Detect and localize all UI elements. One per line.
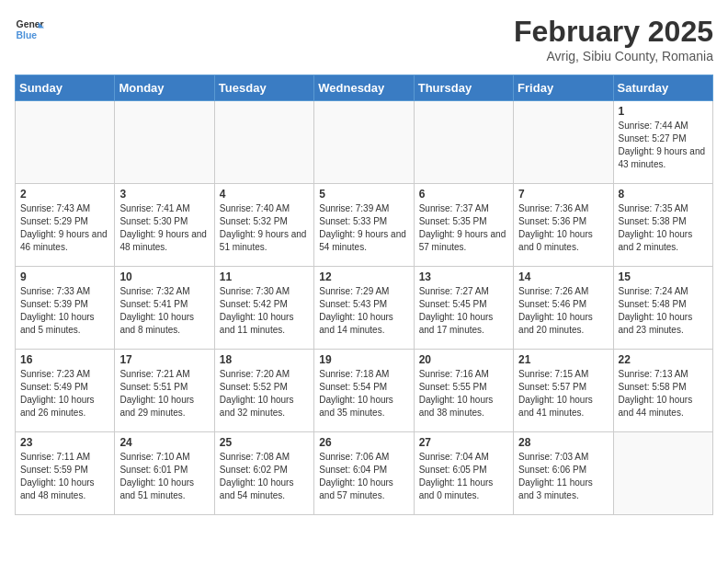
day-number: 2 bbox=[20, 188, 109, 201]
day-number: 13 bbox=[419, 270, 508, 283]
day-number: 8 bbox=[619, 188, 708, 201]
day-info: Sunrise: 7:21 AM Sunset: 5:51 PM Dayligh… bbox=[119, 368, 209, 419]
day-number: 18 bbox=[220, 353, 309, 366]
day-info: Sunrise: 7:04 AM Sunset: 6:05 PM Dayligh… bbox=[419, 451, 508, 502]
month-title: February 2025 bbox=[514, 15, 713, 49]
calendar-cell: 6Sunrise: 7:37 AM Sunset: 5:35 PM Daylig… bbox=[414, 184, 513, 267]
day-number: 6 bbox=[419, 188, 508, 201]
calendar-cell: 1Sunrise: 7:44 AM Sunset: 5:27 PM Daylig… bbox=[613, 101, 712, 184]
day-number: 10 bbox=[119, 270, 209, 283]
day-info: Sunrise: 7:40 AM Sunset: 5:32 PM Dayligh… bbox=[220, 202, 309, 254]
calendar-cell bbox=[414, 101, 513, 184]
calendar-cell: 18Sunrise: 7:20 AM Sunset: 5:52 PM Dayli… bbox=[214, 350, 313, 432]
day-info: Sunrise: 7:15 AM Sunset: 5:57 PM Dayligh… bbox=[518, 368, 608, 419]
day-number: 5 bbox=[319, 188, 408, 201]
day-number: 15 bbox=[619, 270, 708, 283]
day-info: Sunrise: 7:06 AM Sunset: 6:04 PM Dayligh… bbox=[319, 451, 408, 502]
weekday-header-friday: Friday bbox=[514, 75, 613, 101]
day-info: Sunrise: 7:36 AM Sunset: 5:36 PM Dayligh… bbox=[518, 202, 608, 254]
day-number: 21 bbox=[518, 353, 608, 366]
day-info: Sunrise: 7:13 AM Sunset: 5:58 PM Dayligh… bbox=[619, 368, 708, 419]
page-header: General Blue February 2025 Avrig, Sibiu … bbox=[15, 15, 713, 63]
calendar-cell: 14Sunrise: 7:26 AM Sunset: 5:46 PM Dayli… bbox=[514, 267, 613, 350]
calendar-cell bbox=[16, 101, 115, 184]
day-number: 14 bbox=[518, 270, 608, 283]
logo-icon: General Blue bbox=[15, 15, 44, 44]
day-number: 26 bbox=[319, 436, 408, 449]
day-number: 11 bbox=[220, 270, 309, 283]
day-number: 25 bbox=[220, 436, 309, 449]
calendar-cell: 22Sunrise: 7:13 AM Sunset: 5:58 PM Dayli… bbox=[613, 350, 712, 432]
calendar-cell: 7Sunrise: 7:36 AM Sunset: 5:36 PM Daylig… bbox=[514, 184, 613, 267]
calendar-cell: 26Sunrise: 7:06 AM Sunset: 6:04 PM Dayli… bbox=[314, 432, 414, 515]
day-info: Sunrise: 7:44 AM Sunset: 5:27 PM Dayligh… bbox=[619, 120, 708, 171]
day-info: Sunrise: 7:33 AM Sunset: 5:39 PM Dayligh… bbox=[20, 285, 109, 337]
day-info: Sunrise: 7:24 AM Sunset: 5:48 PM Dayligh… bbox=[619, 285, 708, 337]
day-info: Sunrise: 7:20 AM Sunset: 5:52 PM Dayligh… bbox=[220, 368, 309, 419]
day-info: Sunrise: 7:11 AM Sunset: 5:59 PM Dayligh… bbox=[20, 451, 109, 502]
day-info: Sunrise: 7:16 AM Sunset: 5:55 PM Dayligh… bbox=[419, 368, 508, 419]
calendar-cell: 13Sunrise: 7:27 AM Sunset: 5:45 PM Dayli… bbox=[414, 267, 513, 350]
calendar-cell: 25Sunrise: 7:08 AM Sunset: 6:02 PM Dayli… bbox=[214, 432, 313, 515]
calendar-cell: 20Sunrise: 7:16 AM Sunset: 5:55 PM Dayli… bbox=[414, 350, 513, 432]
calendar-cell: 27Sunrise: 7:04 AM Sunset: 6:05 PM Dayli… bbox=[414, 432, 513, 515]
day-number: 12 bbox=[319, 270, 408, 283]
day-info: Sunrise: 7:39 AM Sunset: 5:33 PM Dayligh… bbox=[319, 202, 408, 254]
calendar-cell: 24Sunrise: 7:10 AM Sunset: 6:01 PM Dayli… bbox=[115, 432, 214, 515]
day-info: Sunrise: 7:23 AM Sunset: 5:49 PM Dayligh… bbox=[20, 368, 109, 419]
calendar-cell: 11Sunrise: 7:30 AM Sunset: 5:42 PM Dayli… bbox=[214, 267, 313, 350]
day-info: Sunrise: 7:10 AM Sunset: 6:01 PM Dayligh… bbox=[119, 451, 209, 502]
day-number: 16 bbox=[20, 353, 109, 366]
day-info: Sunrise: 7:03 AM Sunset: 6:06 PM Dayligh… bbox=[518, 451, 608, 502]
day-info: Sunrise: 7:37 AM Sunset: 5:35 PM Dayligh… bbox=[419, 202, 508, 254]
day-number: 22 bbox=[619, 353, 708, 366]
calendar-cell: 5Sunrise: 7:39 AM Sunset: 5:33 PM Daylig… bbox=[314, 184, 414, 267]
weekday-header-tuesday: Tuesday bbox=[214, 75, 313, 101]
day-info: Sunrise: 7:29 AM Sunset: 5:43 PM Dayligh… bbox=[319, 285, 408, 337]
day-number: 17 bbox=[119, 353, 209, 366]
day-number: 7 bbox=[518, 188, 608, 201]
weekday-header-sunday: Sunday bbox=[16, 75, 115, 101]
calendar-cell: 9Sunrise: 7:33 AM Sunset: 5:39 PM Daylig… bbox=[16, 267, 115, 350]
calendar-cell: 12Sunrise: 7:29 AM Sunset: 5:43 PM Dayli… bbox=[314, 267, 414, 350]
calendar-cell: 4Sunrise: 7:40 AM Sunset: 5:32 PM Daylig… bbox=[214, 184, 313, 267]
logo: General Blue bbox=[15, 15, 44, 44]
day-info: Sunrise: 7:32 AM Sunset: 5:41 PM Dayligh… bbox=[119, 285, 209, 337]
calendar-cell bbox=[115, 101, 214, 184]
calendar-cell: 17Sunrise: 7:21 AM Sunset: 5:51 PM Dayli… bbox=[115, 350, 214, 432]
calendar-cell: 23Sunrise: 7:11 AM Sunset: 5:59 PM Dayli… bbox=[16, 432, 115, 515]
title-block: February 2025 Avrig, Sibiu County, Roman… bbox=[514, 15, 713, 63]
day-info: Sunrise: 7:08 AM Sunset: 6:02 PM Dayligh… bbox=[220, 451, 309, 502]
weekday-header-wednesday: Wednesday bbox=[314, 75, 414, 101]
svg-text:Blue: Blue bbox=[17, 30, 38, 40]
calendar-cell bbox=[214, 101, 313, 184]
day-number: 28 bbox=[518, 436, 608, 449]
day-info: Sunrise: 7:30 AM Sunset: 5:42 PM Dayligh… bbox=[220, 285, 309, 337]
day-number: 4 bbox=[220, 188, 309, 201]
calendar-cell: 3Sunrise: 7:41 AM Sunset: 5:30 PM Daylig… bbox=[115, 184, 214, 267]
calendar-cell: 28Sunrise: 7:03 AM Sunset: 6:06 PM Dayli… bbox=[514, 432, 613, 515]
weekday-header-monday: Monday bbox=[115, 75, 214, 101]
calendar-cell: 16Sunrise: 7:23 AM Sunset: 5:49 PM Dayli… bbox=[16, 350, 115, 432]
day-number: 19 bbox=[319, 353, 408, 366]
day-info: Sunrise: 7:27 AM Sunset: 5:45 PM Dayligh… bbox=[419, 285, 508, 337]
day-number: 24 bbox=[119, 436, 209, 449]
calendar-cell: 8Sunrise: 7:35 AM Sunset: 5:38 PM Daylig… bbox=[613, 184, 712, 267]
day-number: 27 bbox=[419, 436, 508, 449]
calendar-cell: 15Sunrise: 7:24 AM Sunset: 5:48 PM Dayli… bbox=[613, 267, 712, 350]
calendar-cell: 10Sunrise: 7:32 AM Sunset: 5:41 PM Dayli… bbox=[115, 267, 214, 350]
calendar-cell bbox=[314, 101, 414, 184]
day-info: Sunrise: 7:18 AM Sunset: 5:54 PM Dayligh… bbox=[319, 368, 408, 419]
day-number: 3 bbox=[119, 188, 209, 201]
calendar-cell: 21Sunrise: 7:15 AM Sunset: 5:57 PM Dayli… bbox=[514, 350, 613, 432]
day-number: 1 bbox=[619, 105, 708, 118]
day-info: Sunrise: 7:43 AM Sunset: 5:29 PM Dayligh… bbox=[20, 202, 109, 254]
weekday-header-saturday: Saturday bbox=[613, 75, 712, 101]
day-number: 9 bbox=[20, 270, 109, 283]
weekday-header-thursday: Thursday bbox=[414, 75, 513, 101]
calendar-table: SundayMondayTuesdayWednesdayThursdayFrid… bbox=[15, 75, 713, 515]
calendar-cell bbox=[613, 432, 712, 515]
calendar-cell: 19Sunrise: 7:18 AM Sunset: 5:54 PM Dayli… bbox=[314, 350, 414, 432]
day-number: 23 bbox=[20, 436, 109, 449]
calendar-cell bbox=[514, 101, 613, 184]
